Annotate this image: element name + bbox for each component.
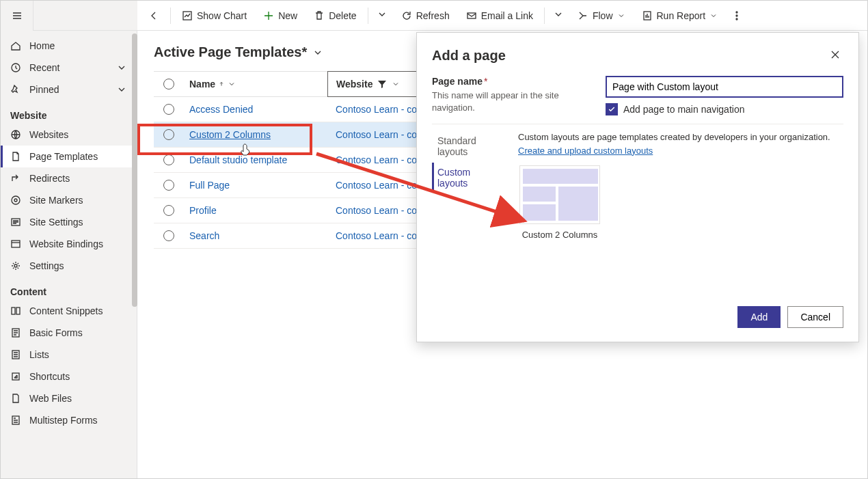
sidebar-item-home[interactable]: Home (1, 35, 137, 57)
gear-icon (10, 260, 21, 271)
row-checkbox[interactable] (154, 223, 184, 248)
show-chart-label: Show Chart (197, 10, 247, 21)
sidebar-item-label: Site Markers (29, 195, 83, 206)
marker-icon (10, 195, 21, 206)
refresh-button[interactable]: Refresh (394, 3, 457, 28)
sidebar-item-lists[interactable]: Lists (1, 344, 137, 366)
row-name-link[interactable]: Custom 2 Columns (189, 129, 271, 140)
row-name-link[interactable]: Access Denied (189, 104, 253, 115)
sidebar-item-recent[interactable]: Recent (1, 57, 137, 79)
sidebar-item-label: Redirects (29, 173, 70, 184)
chevron-down-icon (709, 12, 718, 20)
sidebar-item-site-markers[interactable]: Site Markers (1, 189, 137, 211)
clock-icon (10, 62, 21, 73)
snippet-icon (10, 305, 21, 316)
flow-icon (578, 10, 588, 21)
custom-layouts-hint: Custom layouts are page templates create… (518, 131, 843, 143)
svg-point-3 (736, 12, 737, 13)
chevron-down-icon (377, 9, 388, 20)
svg-point-5 (736, 18, 737, 20)
sidebar-item-web-files[interactable]: Web Files (1, 387, 137, 409)
run-report-button[interactable]: Run Report (635, 3, 725, 28)
shortcut-icon (10, 371, 21, 382)
chevron-down-icon (617, 12, 625, 20)
create-custom-layouts-link[interactable]: Create and upload custom layouts (518, 146, 653, 156)
sidebar-item-label: Web Files (29, 393, 72, 404)
sidebar-item-label: Websites (29, 129, 68, 140)
add-button[interactable]: Add (737, 306, 781, 328)
sidebar-item-label: Basic Forms (29, 327, 83, 338)
flow-label: Flow (593, 10, 613, 21)
svg-rect-13 (12, 307, 15, 314)
row-checkbox[interactable] (154, 122, 184, 147)
delete-split[interactable] (372, 9, 392, 22)
svg-rect-1 (467, 13, 476, 18)
chevron-down-icon (392, 80, 400, 88)
sidebar-item-page-templates[interactable]: Page Templates (1, 146, 137, 167)
hamburger-button[interactable] (1, 1, 33, 31)
email-link-button[interactable]: Email a Link (459, 3, 540, 28)
row-name-link[interactable]: Profile (189, 205, 217, 216)
layout-option-custom-2-columns[interactable]: Custom 2 Columns (518, 165, 601, 241)
tab-standard-layouts[interactable]: Standard layouts (432, 131, 508, 161)
sidebar-item-redirects[interactable]: Redirects (1, 167, 137, 189)
layout-tabs: Standard layouts Custom layouts (432, 131, 508, 194)
email-link-label: Email a Link (481, 10, 533, 21)
row-checkbox[interactable] (154, 148, 184, 172)
svg-point-8 (12, 196, 20, 204)
row-name-link[interactable]: Search (189, 230, 219, 241)
layout-option-label: Custom 2 Columns (518, 230, 601, 241)
checkbox-checked-icon (606, 103, 618, 115)
tab-custom-layouts[interactable]: Custom layouts (432, 163, 508, 193)
cancel-button[interactable]: Cancel (787, 306, 843, 328)
back-icon (148, 10, 159, 21)
more-vertical-icon (731, 10, 742, 21)
sidebar-item-label: Multistep Forms (29, 415, 98, 426)
sidebar-item-shortcuts[interactable]: Shortcuts (1, 366, 137, 387)
row-name-link[interactable]: Full Page (189, 180, 230, 191)
back-button[interactable] (141, 10, 166, 21)
sidebar-item-label: Home (29, 40, 55, 51)
svg-rect-11 (12, 241, 20, 247)
new-label: New (278, 10, 297, 21)
sidebar-item-label: Pinned (29, 84, 59, 95)
delete-label: Delete (329, 10, 356, 21)
new-button[interactable]: New (256, 3, 304, 28)
sidebar-item-website-bindings[interactable]: Website Bindings (1, 233, 137, 255)
bindings-icon (10, 238, 21, 249)
row-checkbox[interactable] (154, 198, 184, 223)
globe-icon (10, 129, 21, 140)
chart-icon (182, 10, 193, 21)
report-icon (642, 10, 653, 21)
sidebar-scrollbar[interactable] (132, 31, 137, 478)
email-split[interactable] (549, 9, 568, 22)
sidebar-section-content: Content (1, 277, 137, 300)
redirect-icon (10, 173, 21, 184)
select-all-checkbox[interactable] (154, 72, 184, 96)
show-chart-button[interactable]: Show Chart (175, 3, 254, 28)
sidebar-item-content-snippets[interactable]: Content Snippets (1, 300, 137, 322)
sidebar-item-site-settings[interactable]: Site Settings (1, 211, 137, 233)
sidebar-item-pinned[interactable]: Pinned (1, 79, 137, 100)
sidebar-item-multistep-forms[interactable]: Multistep Forms (1, 409, 137, 431)
page-icon (10, 151, 21, 162)
row-checkbox[interactable] (154, 173, 184, 197)
close-button[interactable] (827, 46, 843, 65)
more-commands-button[interactable] (727, 3, 746, 28)
add-to-nav-checkbox[interactable]: Add page to main navigation (606, 103, 843, 115)
sidebar-item-settings[interactable]: Settings (1, 255, 137, 277)
page-name-input[interactable] (606, 76, 843, 98)
row-name-link[interactable]: Default studio template (189, 154, 287, 165)
sidebar-item-basic-forms[interactable]: Basic Forms (1, 322, 137, 344)
sidebar-item-label: Lists (29, 349, 49, 360)
file-icon (10, 393, 21, 404)
layout-thumbnail-icon (519, 165, 600, 224)
row-checkbox[interactable] (154, 97, 184, 122)
chevron-down-icon (312, 47, 323, 58)
flow-button[interactable]: Flow (571, 3, 632, 28)
column-header-name[interactable]: Name (184, 72, 327, 96)
sidebar-item-websites[interactable]: Websites (1, 124, 137, 146)
delete-button[interactable]: Delete (307, 3, 363, 28)
svg-point-9 (14, 199, 17, 202)
home-icon (10, 40, 21, 51)
